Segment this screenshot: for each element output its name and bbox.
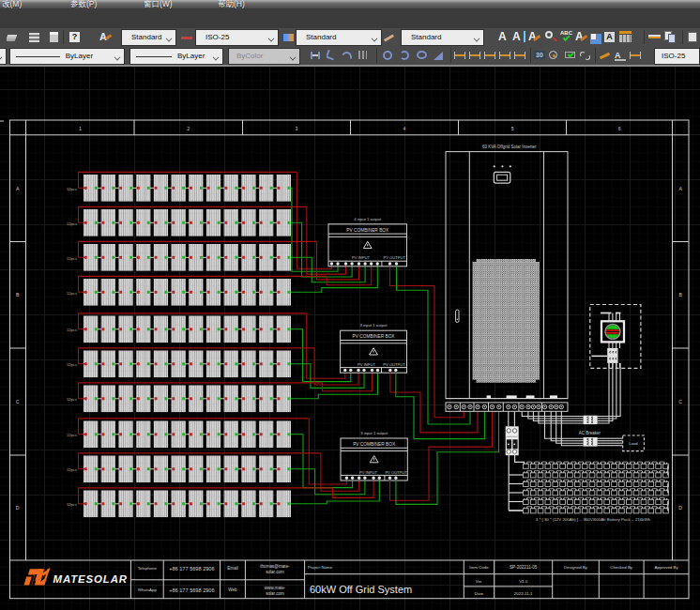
svg-text:Checked By: Checked By	[610, 565, 632, 570]
svg-text:D: D	[16, 505, 20, 511]
svg-text:12pcs: 12pcs	[67, 187, 77, 191]
svg-text:Email: Email	[227, 566, 238, 571]
svg-text:www.mate-: www.mate-	[265, 586, 286, 590]
svg-text:V1.0: V1.0	[519, 579, 528, 584]
svg-text:A: A	[678, 186, 682, 191]
svg-text:thomas@mate-: thomas@mate-	[260, 564, 290, 569]
svg-text:Ver.: Ver.	[476, 579, 483, 584]
svg-text:PV INPUT: PV INPUT	[358, 362, 375, 367]
svg-text:2022-11-1: 2022-11-1	[514, 591, 533, 596]
svg-text:12pcs: 12pcs	[67, 328, 77, 332]
svg-text:12pcs: 12pcs	[67, 221, 77, 226]
svg-text:PV COMBINER BOX: PV COMBINER BOX	[353, 334, 396, 339]
svg-text:Item Code: Item Code	[469, 565, 489, 570]
svg-text:D: D	[678, 505, 682, 511]
svg-text:12pcs: 12pcs	[67, 467, 77, 472]
svg-text:Telephone: Telephone	[138, 566, 158, 571]
svg-text:solar.com: solar.com	[266, 570, 284, 574]
svg-text:+86 177 5698 2906: +86 177 5698 2906	[169, 566, 214, 572]
svg-text:3 * [ 30 * (12V 200Ah) ] --: 3 * [ 30 * (12V 200Ah) ] -- 360V/600Ah B…	[536, 517, 651, 522]
svg-text:PV OUTPUT: PV OUTPUT	[383, 362, 405, 367]
svg-text:Load: Load	[629, 441, 638, 446]
svg-text:5: 5	[511, 126, 514, 131]
svg-text:Designed By: Designed By	[564, 565, 588, 570]
svg-text:2: 2	[187, 126, 190, 131]
svg-text:Date: Date	[475, 591, 484, 596]
svg-text:MATESOLAR: MATESOLAR	[53, 573, 128, 585]
svg-text:6: 6	[618, 126, 621, 131]
svg-text:12pcs: 12pcs	[67, 502, 77, 507]
svg-text:12pcs: 12pcs	[67, 362, 77, 367]
svg-text:4 input 1 output: 4 input 1 output	[354, 217, 382, 221]
svg-text:B: B	[678, 292, 682, 297]
svg-text:solar.com: solar.com	[266, 591, 284, 596]
svg-text:B: B	[16, 292, 20, 297]
svg-text:C: C	[16, 399, 20, 404]
svg-text:WhatsApp: WhatsApp	[138, 587, 158, 592]
svg-text:PV OUTPUT: PV OUTPUT	[385, 470, 407, 475]
svg-text:A: A	[16, 186, 20, 191]
svg-text:C: C	[678, 399, 682, 404]
svg-text:60kW Off Grid System: 60kW Off Grid System	[310, 584, 412, 595]
svg-text:PV COMBINER BOX: PV COMBINER BOX	[346, 228, 389, 233]
svg-text:PV COMBINER BOX: PV COMBINER BOX	[353, 442, 396, 447]
svg-text:AC Breaker: AC Breaker	[579, 431, 601, 435]
svg-text:PV INPUT: PV INPUT	[359, 470, 377, 475]
svg-text:PV INPUT: PV INPUT	[352, 255, 370, 260]
svg-text:SP-202211-05: SP-202211-05	[510, 565, 538, 570]
svg-text:Approved By: Approved By	[655, 565, 679, 570]
svg-text:Web: Web	[228, 587, 237, 592]
svg-text:12pcs: 12pcs	[67, 433, 77, 437]
svg-text:12pcs: 12pcs	[67, 397, 77, 402]
svg-text:1: 1	[79, 126, 82, 131]
svg-text:12pcs: 12pcs	[67, 256, 77, 261]
svg-text:3 input 1 output: 3 input 1 output	[360, 431, 388, 435]
svg-text:PV OUTPUT: PV OUTPUT	[383, 255, 405, 260]
svg-text:3 input 1 output: 3 input 1 output	[360, 323, 388, 328]
svg-text:Project Name: Project Name	[308, 565, 333, 570]
svg-text:60 KVA Offgrid Solar Inverter: 60 KVA Offgrid Solar Inverter	[482, 145, 537, 149]
svg-text:4: 4	[403, 126, 406, 131]
svg-text:+86 177 5698 2906: +86 177 5698 2906	[169, 587, 214, 593]
svg-text:3: 3	[296, 126, 298, 131]
svg-text:12pcs: 12pcs	[67, 291, 77, 296]
